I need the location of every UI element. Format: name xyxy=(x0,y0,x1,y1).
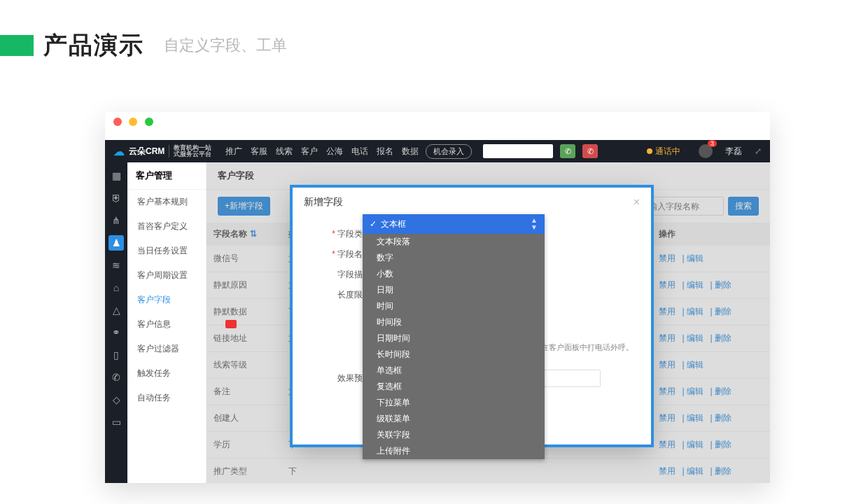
nav-item[interactable]: 线索 xyxy=(276,146,293,158)
username[interactable]: 李磊 xyxy=(725,146,742,158)
minimize-dot[interactable] xyxy=(129,118,137,126)
rail-doc-icon[interactable]: ▯ xyxy=(108,347,124,363)
brand-name: 云朵CRM xyxy=(129,146,164,158)
close-icon[interactable]: × xyxy=(634,196,640,209)
icon-rail: ▦ ⛨ ⋔ ♟ ≋ ⌂ △ ⚭ ▯ ✆ ◇ ▭ xyxy=(105,162,127,483)
sidebar-item[interactable]: 客户周期设置 xyxy=(127,263,206,288)
dropdown-option[interactable]: 级联菜单 xyxy=(363,411,545,427)
check-icon: ✓ xyxy=(370,219,377,229)
rail-tag-icon[interactable]: ◇ xyxy=(108,392,124,407)
stepper-icon: ▲▼ xyxy=(531,217,538,231)
modal-title: 新增字段 xyxy=(304,196,343,207)
rail-layers-icon[interactable]: ≋ xyxy=(108,258,124,273)
window-titlebar xyxy=(105,112,770,140)
nav-item[interactable]: 报名 xyxy=(377,146,393,158)
close-dot[interactable] xyxy=(113,118,122,126)
dropdown-option[interactable]: 日期时间 xyxy=(363,330,545,346)
dropdown-option[interactable]: 时间段 xyxy=(363,314,545,330)
sidebar-item[interactable]: 首咨客户定义 xyxy=(127,214,206,239)
red-tag-icon xyxy=(225,320,237,328)
rail-stats-icon[interactable]: ⋔ xyxy=(108,213,124,228)
dropdown-selected-label: 文本框 xyxy=(381,218,406,230)
dropdown-option[interactable]: 上传附件 xyxy=(363,443,545,459)
browser-window: ☁ 云朵CRM 教育机构一站式服务云平台 推广 客服 线索 客户 公海 电话 报… xyxy=(105,112,770,483)
call-hangup-button[interactable]: ✆ xyxy=(582,144,598,158)
maximize-dot[interactable] xyxy=(145,118,153,126)
call-accept-button[interactable]: ✆ xyxy=(560,144,575,158)
rail-delta-icon[interactable]: △ xyxy=(108,302,124,318)
slide-title: 产品演示 xyxy=(43,29,144,62)
rail-people-icon[interactable]: ⚭ xyxy=(108,325,124,340)
nav-item[interactable]: 电话 xyxy=(351,146,368,158)
nav-item[interactable]: 客服 xyxy=(251,146,267,158)
status-dot-icon xyxy=(647,148,652,154)
rail-phone-icon[interactable]: ✆ xyxy=(108,370,124,385)
notif-badge: 3 xyxy=(708,140,717,147)
rail-shield-icon[interactable]: ⛨ xyxy=(108,190,124,206)
dropdown-option[interactable]: 长时间段 xyxy=(363,346,545,363)
sidebar-head: 客户管理 xyxy=(127,162,206,190)
header-search-input[interactable] xyxy=(483,144,553,158)
rail-card-icon[interactable]: ▭ xyxy=(108,414,124,430)
nav-item[interactable]: 公海 xyxy=(326,146,343,158)
rail-user-icon[interactable]: ♟ xyxy=(108,235,124,251)
app-header: ☁ 云朵CRM 教育机构一站式服务云平台 推广 客服 线索 客户 公海 电话 报… xyxy=(105,140,770,162)
dropdown-option[interactable]: 下拉菜单 xyxy=(363,395,545,411)
record-button[interactable]: 机会录入 xyxy=(426,144,472,159)
dropdown-option[interactable]: 时间 xyxy=(363,298,545,314)
sidebar: 客户管理 客户基本规则 首咨客户定义 当日任务设置 客户周期设置 客户字段 客户… xyxy=(127,162,206,483)
sidebar-item[interactable]: 客户过滤器 xyxy=(127,337,206,361)
field-type-dropdown[interactable]: ✓ 文本框 ▲▼ 文本段落数字小数日期时间时间段日期时间长时间段单选框复选框下拉… xyxy=(363,214,545,459)
rail-home-icon[interactable]: ⌂ xyxy=(108,280,124,295)
slide-subtitle: 自定义字段、工单 xyxy=(164,35,287,56)
sidebar-item[interactable]: 当日任务设置 xyxy=(127,239,206,263)
nav-item[interactable]: 客户 xyxy=(301,146,318,158)
rail-apps-icon[interactable]: ▦ xyxy=(108,168,124,183)
dropdown-option[interactable]: 数字 xyxy=(363,250,545,266)
nav-item[interactable]: 推广 xyxy=(225,146,242,158)
call-status: 通话中 xyxy=(647,146,680,158)
top-nav: 推广 客服 线索 客户 公海 电话 报名 数据 xyxy=(225,146,419,158)
sidebar-item[interactable]: 自动任务 xyxy=(127,386,206,410)
dropdown-option[interactable]: 复选框 xyxy=(363,379,545,395)
dropdown-selected[interactable]: ✓ 文本框 ▲▼ xyxy=(363,214,545,234)
dropdown-option[interactable]: 日期 xyxy=(363,282,545,298)
dropdown-option[interactable]: 关联字段 xyxy=(363,427,545,443)
brand-sub: 教育机构一站式服务云平台 xyxy=(169,145,211,158)
nav-item[interactable]: 数据 xyxy=(402,146,419,158)
expand-icon[interactable]: ⤢ xyxy=(755,146,762,156)
sidebar-item[interactable]: 客户信息 xyxy=(127,312,206,337)
dropdown-option[interactable]: 小数 xyxy=(363,266,545,282)
dropdown-option[interactable]: 文本段落 xyxy=(363,234,545,250)
call-status-label: 通话中 xyxy=(655,146,680,158)
brand-logo[interactable]: ☁ 云朵CRM 教育机构一站式服务云平台 xyxy=(113,145,211,158)
dropdown-option[interactable]: 单选框 xyxy=(363,363,545,379)
avatar[interactable]: 3 xyxy=(699,144,713,158)
cloud-icon: ☁ xyxy=(113,145,125,158)
sidebar-item[interactable]: 客户基本规则 xyxy=(127,190,206,214)
accent-block xyxy=(0,35,34,56)
sidebar-item-active[interactable]: 客户字段 xyxy=(127,288,206,312)
sidebar-item[interactable]: 触发任务 xyxy=(127,361,206,386)
